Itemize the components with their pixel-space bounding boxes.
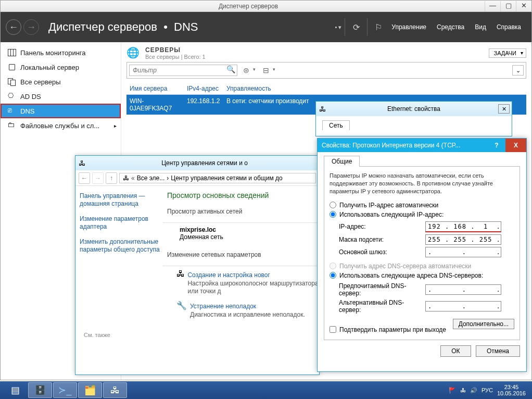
sidebar-item-dashboard[interactable]: Панель мониторинга <box>1 45 121 60</box>
menu-tools[interactable]: Средства <box>432 23 470 31</box>
link-new-connection[interactable]: Создание и настройка новог <box>187 271 319 279</box>
view-options-button[interactable]: ⊜ <box>239 65 257 76</box>
radio-label: Получить IP-адрес автоматически <box>339 202 438 209</box>
nc-forward-button[interactable]: → <box>92 172 104 184</box>
radio-manual-ip[interactable]: Использовать следующий IP-адрес: <box>330 211 514 218</box>
network-center-icon: 🖧 <box>123 174 129 182</box>
radio-manual-dns[interactable]: Использовать следующие адреса DNS-сервер… <box>330 272 514 279</box>
radio-auto-ip[interactable]: Получить IP-адрес автоматически <box>330 202 514 209</box>
sidebar-item-label: AD DS <box>20 93 41 101</box>
clock-time: 23:45 <box>497 384 526 390</box>
tab-network[interactable]: Сеть <box>322 120 350 130</box>
link-sharing-settings[interactable]: Изменить дополнительные параметры общего… <box>80 238 163 254</box>
task-network-center[interactable]: 🖧 <box>103 382 127 398</box>
sidebar-item-local-server[interactable]: Локальный сервер <box>1 60 121 74</box>
network-center-icon: 🖧 <box>79 159 87 167</box>
window-title: Диспетчер серверов <box>12 3 485 10</box>
sidebar-item-label: Локальный сервер <box>20 64 79 71</box>
taskbar: ▤ 🗄️ ≻_ 🗂️ 🖧 🚩 🖧 🔊 РУС 23:45 10.05.2016 <box>0 381 532 399</box>
link-adapter-settings[interactable]: Изменение параметров адаптера <box>80 215 163 231</box>
breadcrumb-root[interactable]: Диспетчер серверов <box>48 20 157 33</box>
nc-address-bar[interactable]: 🖧 « Все эле... › Центр управления сетями… <box>119 173 316 183</box>
radio-label: Получить адрес DNS-сервера автоматически <box>339 263 471 270</box>
input-alt-dns[interactable] <box>425 301 501 311</box>
search-icon[interactable]: 🔍 <box>224 65 237 76</box>
role-icon <box>8 93 16 100</box>
menu-view[interactable]: Вид <box>470 23 491 31</box>
maximize-button[interactable]: ▢ <box>500 1 516 11</box>
nc-up-button[interactable]: ↑ <box>106 172 117 184</box>
new-connection-icon: 🖧 <box>176 269 185 279</box>
network-name: mixprise.loc <box>180 226 319 233</box>
input-subnet-mask[interactable] <box>425 234 501 245</box>
sidebar-item-label: Панель мониторинга <box>20 49 86 57</box>
nc-navbar: ← → ↑ 🖧 « Все эле... › Центр управления … <box>75 170 319 186</box>
label-preferred-dns: Предпочитаемый DNS-сервер: <box>339 282 425 297</box>
link-cp-home[interactable]: Панель управления — домашняя страница <box>80 192 163 208</box>
nc-back-button[interactable]: ← <box>79 172 90 184</box>
nc-crumb-all[interactable]: Все эле... <box>137 174 165 182</box>
col-ipv4[interactable]: IPv4-адрес <box>184 83 223 94</box>
tasks-dropdown[interactable]: ЗАДАЧИ <box>489 48 526 58</box>
sidebar-item-adds[interactable]: AD DS <box>1 89 121 104</box>
label-mask: Маска подсети: <box>339 236 425 243</box>
col-manageability[interactable]: Управляемость <box>223 83 526 94</box>
col-server-name[interactable]: Имя сервера <box>126 83 184 94</box>
flag-icon[interactable]: ⚐ <box>371 19 386 35</box>
nc-sidebar: Панель управления — домашняя страница Из… <box>75 186 167 375</box>
sidebar-item-label: Файловые службы и сл... <box>20 122 99 130</box>
menu-manage[interactable]: Управление <box>386 23 432 31</box>
checkbox-validate[interactable]: Подтвердить параметры при выходе <box>330 326 446 333</box>
active-network: mixprise.loc Доменная сеть <box>180 226 319 241</box>
header: ← → Диспетчер серверов • DNS • ▾ ⟳ ⚐ Упр… <box>1 12 531 42</box>
toolbar: 🔍 ⊜ ⊟ ⌄ <box>126 62 526 79</box>
panel-subtitle: Все серверы | Всего: 1 <box>145 54 206 60</box>
task-explorer[interactable]: 🗂️ <box>78 382 102 398</box>
cancel-button[interactable]: Отмена <box>476 345 520 357</box>
nc-heading: Просмотр основных сведений <box>167 191 319 200</box>
tray-network-icon[interactable]: 🖧 <box>460 387 466 393</box>
nc-crumb-here[interactable]: Центр управления сетями и общим до <box>171 174 282 182</box>
label-alt-dns: Альтернативный DNS-сервер: <box>339 299 425 314</box>
troubleshoot-desc: Диагностика и исправление неполадок. <box>190 311 305 319</box>
save-query-button[interactable]: ⊟ <box>259 65 277 76</box>
ok-button[interactable]: ОК <box>440 345 471 357</box>
server-icon <box>8 64 16 71</box>
tray-sound-icon[interactable]: 🔊 <box>470 387 477 394</box>
chevron-right-icon: ▸ <box>114 123 117 129</box>
tray-language[interactable]: РУС <box>482 387 493 393</box>
expand-button[interactable]: ⌄ <box>512 65 524 76</box>
close-button[interactable]: X <box>505 139 526 152</box>
advanced-button[interactable]: Дополнительно... <box>453 319 514 329</box>
start-button[interactable]: ▤ <box>3 382 27 398</box>
forward-button[interactable]: → <box>23 19 39 35</box>
input-ip-address[interactable] <box>425 221 501 232</box>
minimize-button[interactable]: — <box>485 1 500 11</box>
tab-general[interactable]: Общие <box>324 156 360 167</box>
task-server-manager[interactable]: 🗄️ <box>28 382 52 398</box>
checkbox-label: Подтвердить параметры при выходе <box>339 326 446 333</box>
nc-main: Просмотр основных сведений Просмотр акти… <box>167 186 319 375</box>
sidebar-item-dns[interactable]: DNS <box>1 104 121 118</box>
back-button[interactable]: ← <box>6 19 21 35</box>
refresh-icon[interactable]: ⟳ <box>348 19 364 35</box>
task-powershell[interactable]: ≻_ <box>53 382 77 398</box>
link-troubleshoot[interactable]: Устранение неполадок <box>190 303 305 310</box>
clock[interactable]: 23:45 10.05.2016 <box>497 384 526 396</box>
ethernet-properties-titlebar: 🖧 Ethernet: свойства ✕ <box>316 102 512 116</box>
close-button[interactable]: ✕ <box>516 1 531 11</box>
folder-icon <box>8 122 16 129</box>
close-icon[interactable]: ✕ <box>498 104 510 114</box>
sidebar-item-all-servers[interactable]: Все серверы <box>1 74 121 89</box>
network-icon: 🖧 <box>319 105 326 113</box>
tray-security-icon[interactable]: 🚩 <box>449 387 456 394</box>
input-gateway[interactable] <box>425 247 501 257</box>
input-preferred-dns[interactable] <box>425 284 501 295</box>
cell-ipv4: 192.168.1.2 <box>184 95 223 115</box>
breadcrumb-leaf[interactable]: DNS <box>174 20 198 33</box>
label-gateway: Основной шлюз: <box>339 248 425 256</box>
filter-input[interactable] <box>130 65 224 76</box>
help-button[interactable]: ? <box>488 142 505 149</box>
menu-help[interactable]: Справка <box>491 23 526 31</box>
sidebar-item-file-services[interactable]: Файловые службы и сл...▸ <box>1 118 121 133</box>
